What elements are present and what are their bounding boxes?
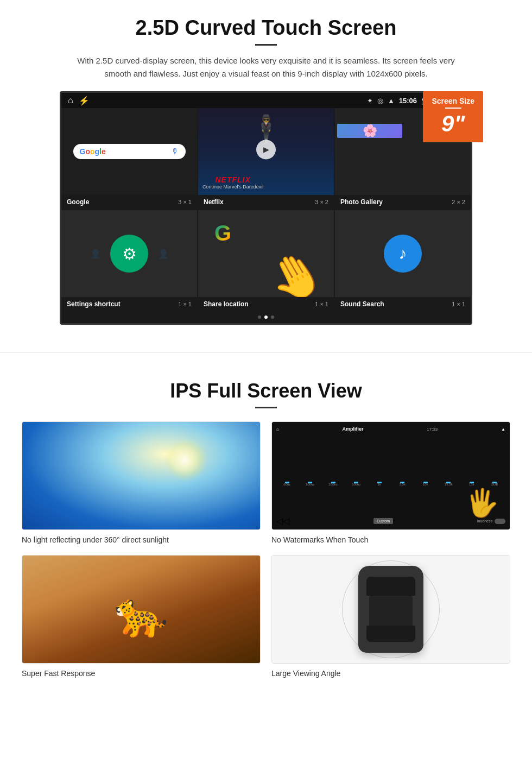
feature-car: Large Viewing Angle: [271, 555, 510, 678]
mic-icon[interactable]: 🎙: [172, 147, 179, 156]
section1-title: 2.5D Curved Touch Screen: [22, 16, 510, 40]
loudness-label: loudness: [477, 519, 492, 523]
amplifier-image: ⌂ Amplifier 17:33 ▲ 60hz: [271, 421, 510, 530]
share-app-size: 1 × 1: [315, 301, 328, 307]
screen-size-badge: Screen Size 9": [423, 91, 483, 142]
amp-bar-7: 10k: [415, 482, 436, 486]
share-thumb: G 🤚: [198, 210, 334, 297]
cheetah-caption: Super Fast Response: [22, 669, 261, 678]
share-app-name: Share location: [204, 300, 249, 308]
home-icon[interactable]: ⌂: [68, 96, 73, 105]
amp-title: Amplifier: [343, 426, 364, 432]
gallery-app-size: 2 × 2: [452, 199, 465, 205]
amplifier-caption: No Watermarks When Touch: [271, 535, 510, 544]
ips-screen-section: IPS Full Screen View No light reflecting…: [0, 369, 532, 694]
title-divider: [255, 44, 277, 46]
amp-bar-9: 15k: [461, 482, 483, 486]
app-grid: Google 🎙 Google 3 × 1 🕴: [61, 108, 471, 311]
car-rear-window: [366, 626, 415, 642]
netflix-thumb: 🕴 ▶ NETFLIX Continue Marvel's Daredevil: [198, 108, 334, 195]
netflix-label-overlay: NETFLIX Continue Marvel's Daredevil: [202, 175, 263, 190]
cheetah-image: 🐆: [22, 555, 261, 664]
section1-description: With 2.5D curved-display screen, this de…: [76, 54, 456, 80]
pagination-dots: [61, 311, 471, 323]
dot-2[interactable]: [264, 316, 268, 319]
section2-divider: [255, 407, 277, 408]
car-visual: [272, 556, 510, 663]
amp-home-icon: ⌂: [276, 427, 279, 432]
settings-bg-icon-1: 👤: [90, 249, 101, 259]
car-windshield: [366, 577, 415, 596]
google-app-name: Google: [67, 198, 89, 206]
android-screen: ⌂ ⚡ ✦ ◎ ▲ 15:06 📷 🔊 ✕ ▣: [60, 91, 472, 325]
amp-hand-icon: 🖐: [465, 487, 499, 519]
loudness-toggle: loudness: [477, 519, 505, 524]
usb-icon: ⚡: [79, 96, 90, 106]
gallery-app-name: Photo Gallery: [340, 198, 383, 206]
sunlight-glare: [168, 444, 201, 476]
amp-bar-6: 2.5k: [392, 482, 414, 486]
cheetah-icon: 🐆: [114, 589, 168, 640]
custom-button[interactable]: Custom: [373, 518, 393, 524]
sunlight-caption: No light reflecting under 360° direct su…: [22, 535, 261, 544]
feature-sunlight: No light reflecting under 360° direct su…: [22, 421, 261, 544]
google-label-row: Google 3 × 1: [61, 195, 197, 209]
gallery-label-row: Photo Gallery 2 × 2: [335, 195, 471, 209]
settings-thumb: 👤 👤 ⚙: [61, 210, 197, 297]
feature-grid: No light reflecting under 360° direct su…: [22, 421, 510, 678]
settings-label-row: Settings shortcut 1 × 1: [61, 297, 197, 311]
settings-app-cell[interactable]: 👤 👤 ⚙ Settings shortcut 1 × 1: [61, 210, 197, 311]
device-wrapper: Screen Size 9" ⌂ ⚡ ✦ ◎ ▲ 15:06 📷 🔊 ✕: [60, 91, 472, 325]
netflix-logo-text: NETFLIX: [202, 175, 263, 184]
settings-bg-icon-2: 👤: [158, 249, 169, 259]
sunlight-visual: [22, 422, 260, 529]
feature-cheetah: 🐆 Super Fast Response: [22, 555, 261, 678]
settings-app-name: Settings shortcut: [67, 300, 121, 308]
loudness-toggle-switch[interactable]: [495, 519, 505, 524]
share-app-cell[interactable]: G 🤚 Share location 1 × 1: [198, 210, 334, 311]
amplifier-visual: ⌂ Amplifier 17:33 ▲ 60hz: [272, 422, 510, 529]
sunlight-image: [22, 421, 261, 530]
google-app-size: 3 × 1: [178, 199, 192, 205]
badge-divider: [445, 108, 461, 109]
amp-back-icon[interactable]: ◁◁: [276, 516, 289, 526]
netflix-app-cell[interactable]: 🕴 ▶ NETFLIX Continue Marvel's Daredevil …: [198, 108, 334, 209]
sound-thumb: ♪: [335, 210, 471, 297]
status-time: 15:06: [399, 97, 417, 105]
cheetah-visual: 🐆: [22, 556, 260, 663]
badge-title: Screen Size: [432, 97, 474, 105]
share-label-row: Share location 1 × 1: [198, 297, 334, 311]
amp-wifi-icon: ▲: [501, 427, 505, 432]
netflix-label-row: Netflix 3 × 2: [198, 195, 334, 209]
play-button[interactable]: ▶: [256, 140, 276, 159]
amp-bar-10: SUB: [484, 482, 506, 486]
curved-screen-section: 2.5D Curved Touch Screen With 2.5D curve…: [0, 0, 532, 336]
car-caption: Large Viewing Angle: [271, 669, 510, 678]
dot-1[interactable]: [258, 316, 261, 319]
amp-bar-4: 500hz: [346, 482, 368, 486]
location-icon: ◎: [377, 97, 383, 105]
gallery-photo-1: 🌸: [337, 124, 402, 138]
section2-title: IPS Full Screen View: [22, 380, 510, 402]
section-divider: [0, 352, 532, 352]
amp-header: ⌂ Amplifier 17:33 ▲: [276, 426, 505, 432]
google-thumb: Google 🎙: [61, 108, 197, 195]
bluetooth-icon: ✦: [367, 97, 373, 105]
dot-3[interactable]: [271, 316, 274, 319]
netflix-app-size: 3 × 2: [315, 199, 328, 205]
amp-bar-1: 60hz: [276, 482, 298, 486]
google-logo: Google: [80, 147, 106, 156]
netflix-app-name: Netflix: [204, 198, 224, 206]
sound-app-name: Sound Search: [340, 300, 384, 308]
amp-bar-3: 200hz: [322, 482, 344, 486]
netflix-subtitle: Continue Marvel's Daredevil: [202, 184, 263, 190]
sound-label-row: Sound Search 1 × 1: [335, 297, 471, 311]
google-app-cell[interactable]: Google 🎙 Google 3 × 1: [61, 108, 197, 209]
sound-app-cell[interactable]: ♪ Sound Search 1 × 1: [335, 210, 471, 311]
sound-icon-circle: ♪: [384, 235, 422, 273]
amp-equalizer: 60hz 100hz 200hz: [276, 434, 505, 488]
google-search-bar[interactable]: Google 🎙: [73, 144, 186, 159]
settings-main-icon: ⚙: [110, 235, 148, 273]
badge-size: 9": [441, 111, 465, 136]
status-bar: ⌂ ⚡ ✦ ◎ ▲ 15:06 📷 🔊 ✕ ▣: [61, 93, 471, 108]
